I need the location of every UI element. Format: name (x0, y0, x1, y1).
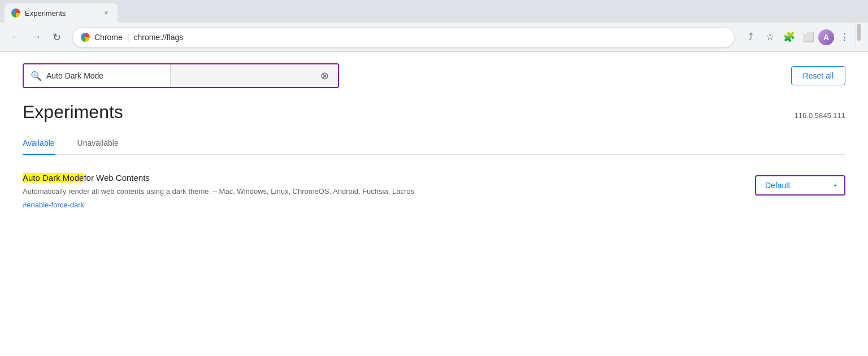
extensions-button[interactable]: 🧩 (780, 28, 798, 46)
experiments-header: Experiments 116.0.5845.111 (23, 102, 845, 123)
clear-search-button[interactable]: ⊗ (318, 69, 331, 83)
search-icon: 🔍 (31, 71, 42, 81)
flag-list: Auto Dark Mode for Web Contents Automati… (0, 155, 868, 228)
browser-frame: Experiments × ← → ↻ Chrome | chrome://fl… (0, 0, 868, 356)
tabs-row: Available Unavailable (23, 132, 845, 155)
scrollbar (856, 23, 861, 51)
search-section: 🔍 Auto Dark Mode ⊗ Reset all (0, 52, 868, 88)
browser-toolbar: ← → ↻ Chrome | chrome://flags ⤴ ☆ 🧩 ⬜ A … (0, 23, 868, 52)
flag-link[interactable]: #enable-force-dark (23, 201, 84, 209)
flag-name-highlight: Auto Dark Mode (23, 173, 84, 183)
reload-button[interactable]: ↻ (47, 28, 66, 46)
forward-button[interactable]: → (27, 28, 45, 46)
search-right-pane: ⊗ (171, 64, 338, 87)
tab-available[interactable]: Available (23, 132, 55, 154)
flag-info: Auto Dark Mode for Web Contents Automati… (23, 173, 741, 210)
address-brand: Chrome (94, 33, 123, 42)
share-button[interactable]: ⤴ (741, 28, 760, 46)
tab-unavailable[interactable]: Unavailable (77, 132, 119, 154)
page-content: 🔍 Auto Dark Mode ⊗ Reset all Experiments… (0, 52, 868, 356)
back-button[interactable]: ← (7, 28, 25, 46)
address-text: Chrome | chrome://flags (94, 33, 183, 42)
flag-name-suffix: for Web Contents (84, 173, 149, 183)
browser-tab[interactable]: Experiments × (5, 3, 118, 23)
address-url: chrome://flags (133, 33, 183, 42)
address-sep: | (127, 33, 129, 42)
site-favicon (81, 33, 90, 42)
page-title: Experiments (23, 102, 123, 123)
search-input[interactable]: Auto Dark Mode (46, 71, 163, 80)
menu-button[interactable]: ⋮ (835, 28, 853, 46)
split-view-button[interactable]: ⬜ (799, 28, 817, 46)
bookmark-button[interactable]: ☆ (761, 28, 779, 46)
flag-item: Auto Dark Mode for Web Contents Automati… (23, 166, 845, 216)
address-bar[interactable]: Chrome | chrome://flags (72, 27, 735, 47)
toolbar-actions: ⤴ ☆ 🧩 ⬜ A ⋮ (741, 28, 853, 46)
flag-select[interactable]: Default Enabled Disabled (755, 175, 845, 196)
version-text: 116.0.5845.111 (795, 111, 845, 120)
flags-search-box: 🔍 Auto Dark Mode ⊗ (23, 63, 339, 88)
experiments-section: Experiments 116.0.5845.111 Available Una… (0, 88, 868, 155)
profile-avatar[interactable]: A (818, 29, 834, 45)
tab-bar: Experiments × (0, 0, 868, 23)
search-left-pane: 🔍 Auto Dark Mode (24, 64, 171, 87)
tab-title: Experiments (25, 9, 97, 18)
reset-all-button[interactable]: Reset all (791, 66, 845, 85)
tab-close-button[interactable]: × (102, 8, 111, 18)
tab-favicon (11, 8, 20, 18)
scroll-thumb[interactable] (857, 24, 861, 41)
flag-name-row: Auto Dark Mode for Web Contents (23, 173, 741, 183)
flag-control: Default Enabled Disabled (755, 175, 845, 196)
flag-description: Automatically render all web contents us… (23, 186, 741, 197)
